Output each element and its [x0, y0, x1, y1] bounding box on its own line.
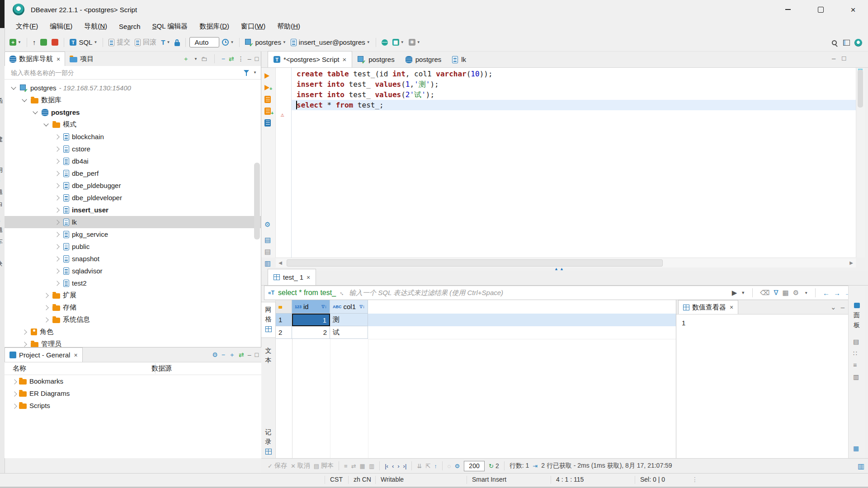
open-file-button[interactable]: ▤ [264, 236, 271, 244]
explain-plan-button[interactable] [264, 119, 271, 128]
filter-history-icon[interactable]: ▼ [741, 291, 745, 295]
disconnect-button[interactable] [50, 38, 60, 47]
menu-f[interactable]: 文件(F) [10, 21, 44, 32]
dbeaver-community-button[interactable] [853, 38, 864, 48]
network-button[interactable] [380, 38, 390, 47]
column-divider[interactable] [155, 363, 156, 374]
expand-toggle[interactable] [53, 196, 61, 200]
dropdown-icon[interactable]: ▼ [94, 40, 97, 44]
sql-editor[interactable]: ⚠ create table test_(id int, col1 varcha… [276, 68, 856, 258]
editor-horizontal-scrollbar[interactable]: ◀ ▶ [276, 258, 856, 267]
expand-toggle[interactable] [13, 389, 16, 397]
transaction-log-button[interactable]: ▼ [220, 38, 236, 47]
code-line-2[interactable]: insert into test_ values(1,'测'); [276, 79, 856, 89]
expand-toggle[interactable] [13, 377, 16, 385]
menu-sql[interactable]: SQL 编辑器 [146, 21, 194, 32]
new-connection-icon[interactable]: ＋ [183, 56, 189, 62]
calc-button[interactable]: ◌ [448, 463, 451, 469]
aggregate-panel-icon[interactable]: ∷ [853, 350, 857, 357]
expand-filter-icon[interactable]: ↔ [338, 288, 347, 297]
apply-filter-icon[interactable]: ▶ [732, 289, 737, 297]
maximize-view-icon[interactable]: □ [255, 56, 259, 62]
navigator-tab-project[interactable]: 项目 [65, 52, 98, 66]
script-button[interactable]: ▤脚本 [314, 462, 334, 470]
side-tab-网格[interactable]: 网格 [261, 302, 276, 338]
tree-item-public[interactable]: public [5, 240, 261, 253]
nav-forward-icon[interactable]: → [834, 289, 840, 297]
panel-settings-icon[interactable]: ⚙ [793, 289, 799, 297]
view-menu-icon[interactable]: ⋮ [238, 56, 244, 62]
rollback-button[interactable]: 回滚 [133, 37, 158, 48]
commit-upload-button[interactable]: ↑ [31, 37, 38, 47]
scrollbar-thumb[interactable] [287, 259, 663, 267]
editor-vertical-scrollbar[interactable] [856, 68, 865, 258]
minimize-editor-icon[interactable]: – [832, 54, 835, 62]
cell-id-1[interactable]: 1 [292, 314, 330, 326]
minimize-view-icon[interactable]: – [248, 352, 251, 358]
editor-tab-0[interactable]: T*<postgres> Script× [268, 51, 352, 67]
first-row-button[interactable]: |‹ [385, 463, 388, 469]
copy-2-button[interactable]: ▥ [264, 259, 271, 267]
minimize-button[interactable] [773, 0, 803, 19]
expand-toggle[interactable] [53, 160, 61, 163]
add-row-button[interactable]: ≡ [344, 463, 348, 469]
navigator-tab-database[interactable]: 数据库导航× [5, 52, 65, 66]
expand-toggle[interactable] [21, 99, 28, 101]
copy-row-button[interactable]: ⇄ [351, 463, 356, 469]
tree-item-snapshot[interactable]: snapshot [5, 253, 261, 265]
code-line-1[interactable]: create table test_(id int, col1 varchar(… [276, 69, 856, 79]
menu-e[interactable]: 编辑(E) [44, 21, 78, 32]
new-sql-editor-button[interactable]: TSQL▼ [68, 37, 99, 47]
navigator-scrollbar-thumb[interactable] [254, 163, 260, 239]
expand-toggle[interactable] [42, 318, 50, 322]
minimize-panel-icon[interactable]: – [841, 303, 844, 311]
expand-toggle[interactable] [53, 184, 61, 188]
statusbar-grip-icon[interactable]: ⋮ [692, 476, 698, 483]
references-panel-icon[interactable]: ≡ [853, 361, 857, 369]
value-viewer-content[interactable]: 1 [676, 314, 848, 327]
project-item-bookmarks[interactable]: Bookmarks [5, 375, 261, 387]
dropdown-icon[interactable]: ▼ [417, 40, 420, 44]
fetch-icon-button[interactable]: ⇥ [533, 463, 538, 469]
schema-selector-button[interactable]: insert_user@postgres▼ [289, 37, 372, 47]
dropdown-icon[interactable]: ▼ [230, 40, 234, 44]
maximize-button[interactable] [806, 0, 835, 19]
dropdown-icon[interactable]: ▼ [401, 40, 404, 44]
panel-menu-icon[interactable]: ⌄ [830, 303, 836, 311]
expand-toggle[interactable] [53, 208, 61, 212]
fetch-page-button[interactable]: ⇊ [417, 463, 422, 469]
side-tab-记录[interactable]: 记录 [261, 425, 275, 460]
tree-item-系统信息[interactable]: 系统信息 [5, 314, 261, 326]
commit-mode-combo-button[interactable]: Auto [189, 37, 219, 47]
connect-button[interactable] [38, 38, 49, 47]
tree-item-postgres[interactable]: postgres [5, 106, 261, 118]
sort-filter-icon[interactable]: ∇↕ [321, 304, 327, 309]
tree-item-角色[interactable]: 角色 [5, 326, 261, 338]
refresh-button[interactable]: ↻2 [489, 462, 499, 469]
last-row-button[interactable]: ›| [403, 463, 407, 469]
search-button[interactable] [830, 39, 840, 47]
transaction-mode-button[interactable]: T▼ [159, 37, 172, 47]
tree-item-pkg_service[interactable]: pkg_service [5, 228, 261, 240]
tree-item-insert_user[interactable]: insert_user [5, 204, 261, 216]
minimize-view-icon[interactable]: – [248, 56, 251, 62]
scrollbar-thumb[interactable] [858, 70, 863, 108]
fetch-all-button[interactable]: ⇱ [425, 463, 430, 469]
expand-toggle[interactable] [53, 135, 61, 139]
dropdown-icon[interactable]: ▼ [367, 40, 370, 44]
tree-item-模式[interactable]: 模式 [5, 118, 261, 131]
close-button[interactable]: × [838, 0, 868, 19]
execute-statement-button[interactable] [264, 72, 269, 80]
row-number-1[interactable]: 1 [276, 314, 292, 326]
expand-toggle[interactable] [10, 87, 17, 89]
save-button[interactable]: ✓保存 [268, 462, 287, 470]
dropdown-icon[interactable]: ▼ [194, 57, 198, 61]
filter-settings-icon[interactable]: ∇ [774, 289, 778, 297]
close-panel-icon[interactable]: × [730, 304, 733, 311]
export-data-button[interactable]: ↑ [434, 463, 437, 469]
row-number-2[interactable]: 2 [276, 326, 292, 339]
prev-row-button[interactable]: ‹ [392, 463, 394, 469]
execute-script-new-button[interactable]: + [264, 108, 274, 116]
expand-toggle[interactable] [13, 402, 16, 409]
collapse-all-icon[interactable]: − [222, 56, 225, 62]
